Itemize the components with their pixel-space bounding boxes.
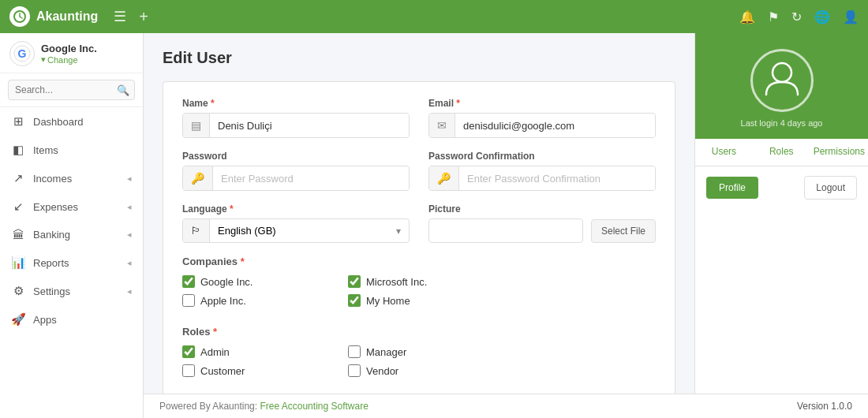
sidebar-label-settings: Settings [33,286,70,297]
password-confirm-group: Password Confirmation 🔑 [428,151,656,191]
reports-icon: 📊 [11,256,25,270]
flag-icon[interactable]: ⚑ [768,9,779,24]
company-change[interactable]: ▾ Change [41,54,97,65]
roles-checkbox-row: Admin Manager Customer [182,345,656,383]
company-apple[interactable]: Apple Inc. [182,294,348,307]
refresh-icon[interactable]: ↻ [791,9,802,24]
password-label: Password [182,151,410,162]
company-myhome-label: My Home [366,295,410,307]
role-admin-label: Admin [200,346,230,358]
password-input[interactable] [213,167,409,190]
company-logo: G [9,41,35,66]
tab-users[interactable]: Users [695,139,753,166]
role-admin[interactable]: Admin [182,345,348,358]
email-group: Email * ✉ [428,98,656,138]
language-chevron: ▾ [388,226,409,237]
company-microsoft-checkbox[interactable] [348,275,361,288]
company-microsoft-label: Microsoft Inc. [366,276,427,288]
form-card: Name * ▤ Email * ✉ [163,81,675,394]
sidebar: G Google Inc. ▾ Change 🔍 ⊞ Dashboard [0,33,144,418]
email-input[interactable] [455,114,655,137]
role-admin-checkbox[interactable] [182,345,195,358]
sidebar-item-reports[interactable]: 📊 Reports ◂ [0,248,143,277]
email-prefix-icon: ✉ [429,114,455,137]
company-google[interactable]: Google Inc. [182,275,348,288]
sidebar-item-incomes[interactable]: ↗ Incomes ◂ [0,164,143,192]
role-vendor-label: Vendor [366,365,398,377]
settings-icon: ⚙ [11,284,25,298]
company-apple-checkbox[interactable] [182,294,195,307]
avatar-icon [760,55,804,106]
roles-label: Roles * [182,326,656,338]
picture-input-row: Select File [428,218,656,243]
sidebar-label-apps: Apps [33,314,57,326]
role-manager-label: Manager [366,346,406,358]
user-icon[interactable]: 👤 [843,9,859,24]
language-picture-row: Language * 🏳 English (GB) English (US) ▾ [182,203,656,243]
company-microsoft[interactable]: Microsoft Inc. [348,275,514,288]
profile-tabs: Users Roles Permissions [695,139,868,166]
banking-arrow: ◂ [127,230,132,240]
sidebar-item-items[interactable]: ◧ Items [0,136,143,164]
add-icon[interactable]: + [139,8,148,26]
search-icon[interactable]: 🔍 [117,84,129,96]
top-nav-icons: 🔔 ⚑ ↻ 🌐 👤 [739,9,859,24]
picture-group: Picture Select File [428,203,656,243]
tab-roles[interactable]: Roles [753,139,810,166]
globe-icon[interactable]: 🌐 [814,9,830,24]
footer-version: Version 1.0.0 [797,401,852,412]
role-vendor-checkbox[interactable] [348,364,361,377]
sidebar-item-expenses[interactable]: ↙ Expenses ◂ [0,192,143,221]
apps-icon: 🚀 [11,312,25,327]
edit-user-panel: Edit User Name * ▤ [144,33,694,394]
password-confirm-icon: 🔑 [429,166,459,190]
name-input[interactable] [210,114,409,137]
role-manager[interactable]: Manager [348,345,514,358]
companies-section: Companies * Google Inc. Microsoft Inc. [182,256,656,313]
role-customer-label: Customer [200,365,245,377]
role-customer-checkbox[interactable] [182,364,195,377]
select-file-button[interactable]: Select File [591,219,656,243]
name-prefix-icon: ▤ [183,114,210,137]
search-input[interactable] [8,80,135,100]
footer-link[interactable]: Free Accounting Software [260,401,368,412]
company-apple-label: Apple Inc. [200,295,246,307]
sidebar-label-reports: Reports [33,257,69,269]
sidebar-item-dashboard[interactable]: ⊞ Dashboard [0,107,143,136]
sidebar-item-settings[interactable]: ⚙ Settings ◂ [0,277,143,305]
tab-permissions[interactable]: Permissions [810,139,868,166]
sidebar-item-banking[interactable]: 🏛 Banking ◂ [0,221,143,248]
avatar [750,49,814,112]
last-login-text: Last login 4 days ago [741,118,823,128]
language-select[interactable]: English (GB) English (US) [210,219,388,242]
picture-input[interactable] [428,218,583,243]
password-group: Password 🔑 [182,151,410,191]
name-email-row: Name * ▤ Email * ✉ [182,98,656,138]
company-myhome[interactable]: My Home [348,294,514,307]
role-manager-checkbox[interactable] [348,345,361,358]
incomes-arrow: ◂ [127,174,132,184]
company-myhome-checkbox[interactable] [348,294,361,307]
language-flag: 🏳 [183,219,210,242]
sidebar-item-apps[interactable]: 🚀 Apps [0,305,143,334]
incomes-icon: ↗ [11,171,25,185]
avatar-section: Last login 4 days ago [695,33,868,139]
password-confirm-wrap: 🔑 [428,166,656,191]
menu-icon[interactable]: ☰ [114,8,126,25]
role-customer[interactable]: Customer [182,364,348,377]
language-label: Language * [182,203,410,215]
logout-button[interactable]: Logout [804,176,857,200]
role-vendor[interactable]: Vendor [348,364,514,377]
company-info: Google Inc. ▾ Change [41,43,97,65]
companies-checkbox-row: Google Inc. Microsoft Inc. Apple Inc. [182,275,656,313]
sidebar-label-expenses: Expenses [33,201,78,213]
company-google-label: Google Inc. [200,276,253,288]
company-google-checkbox[interactable] [182,275,195,288]
companies-label: Companies * [182,256,656,267]
bell-icon[interactable]: 🔔 [739,9,755,24]
profile-button[interactable]: Profile [706,177,758,199]
name-group: Name * ▤ [182,98,410,138]
password-row: Password 🔑 Password Confirmation 🔑 [182,151,656,191]
picture-label: Picture [428,203,656,215]
password-confirm-input[interactable] [459,167,655,190]
